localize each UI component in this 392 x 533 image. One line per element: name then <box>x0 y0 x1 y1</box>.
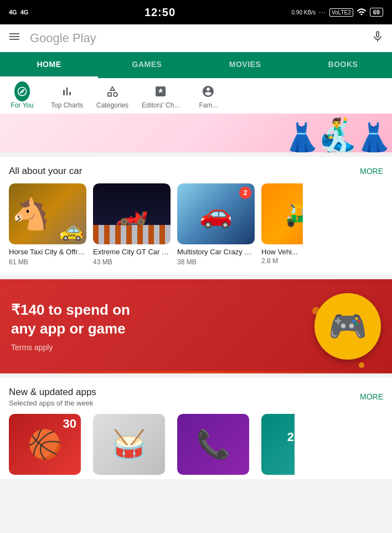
multistory-icon-wrapper: 🚗 2 <box>177 183 255 244</box>
how-vehi-size: 2.8 M <box>261 257 303 265</box>
app-card-horse-taxi[interactable]: 🐴 🚕 Horse Taxi City & Offroad Tr... 61 M… <box>9 183 86 266</box>
sub-nav-family[interactable]: Fam... <box>186 78 230 114</box>
horse-taxi-name: Horse Taxi City & Offroad Tr... <box>9 248 86 257</box>
sub-nav-label-editors: Editors' Ch... <box>142 101 179 109</box>
horse-taxi-icon-wrapper: 🐴 🚕 <box>9 183 86 244</box>
multistory-size: 38 MB <box>177 258 255 266</box>
phone-frame: 4G 4G 12:50 0.90 KB/s ··· VoLTE2 69 Goog… <box>0 0 392 533</box>
editors-choice-icon <box>153 84 168 99</box>
how-vehi-name: How Vehi... <box>261 248 303 256</box>
new-app-card-3[interactable]: 📞 <box>177 414 255 475</box>
extreme-city-icon-wrapper: 🏎️ <box>93 183 171 244</box>
new-app-card-4[interactable]: 2019 <box>261 414 295 475</box>
new-apps-title-group: New & updated apps Selected apps of the … <box>9 387 96 407</box>
categories-icon <box>105 84 120 99</box>
new-apps-section: New & updated apps Selected apps of the … <box>0 378 392 479</box>
sub-nav-label-family: Fam... <box>199 101 218 109</box>
promo-terms: Terms apply <box>11 343 314 352</box>
promo-amount: ₹140 to spend onany app or game <box>11 301 314 339</box>
nav-item-home[interactable]: HOME <box>0 52 98 78</box>
sub-nav-categories[interactable]: Categories <box>90 78 135 114</box>
status-bar: 4G 4G 12:50 0.90 KB/s ··· VoLTE2 69 <box>0 0 392 24</box>
status-right: 0.90 KB/s ··· VoLTE2 69 <box>292 8 383 17</box>
nav-item-movies[interactable]: MOVIES <box>196 52 294 78</box>
search-placeholder: Google Play <box>30 31 96 45</box>
car-section-title: All about your car <box>9 166 82 177</box>
wifi-icon <box>357 8 367 16</box>
multistory-name: Multistory Car Crazy Parkin... <box>177 248 255 257</box>
more-dots: ··· <box>319 8 326 16</box>
new-app-icon-1-wrapper: 🏀 30 <box>9 414 86 475</box>
nav-item-games[interactable]: GAMES <box>98 52 196 78</box>
mic-icon[interactable] <box>371 30 384 47</box>
new-app-icon-3-wrapper: 📞 <box>177 414 255 475</box>
car-section-header: All about your car MORE <box>0 166 392 183</box>
sub-nav-editors-choice[interactable]: Editors' Ch... <box>135 78 186 114</box>
app-card-multistory[interactable]: 🚗 2 Multistory Car Crazy Parkin... 38 MB <box>177 183 255 266</box>
new-apps-title: New & updated apps <box>9 387 96 398</box>
new-app-card-1[interactable]: 🏀 30 <box>9 414 86 475</box>
data-speed: 0.90 KB/s <box>292 9 316 16</box>
app-content: Google Play HOME GAMES MOVIES BOOKS For <box>0 24 392 533</box>
status-time: 12:50 <box>145 6 176 19</box>
signal-4g-1: 4G <box>9 9 17 16</box>
bar-chart-icon <box>59 84 75 99</box>
car-section-more[interactable]: MORE <box>360 167 383 176</box>
status-left: 4G 4G <box>9 9 28 16</box>
promo-gamepad-icon: 🎮 <box>314 293 381 360</box>
app-card-how[interactable]: 🛺 How Vehi... 2.8 M <box>261 183 303 266</box>
promo-text: ₹140 to spend onany app or game Terms ap… <box>11 301 314 352</box>
new-apps-subtitle: Selected apps of the week <box>9 399 96 407</box>
multistory-badge: 2 <box>239 187 251 199</box>
sub-nav-label-top-charts: Top Charts <box>51 101 83 109</box>
car-section: All about your car MORE 🐴 🚕 Horse Taxi C… <box>0 157 392 275</box>
battery-icon: 69 <box>370 8 383 17</box>
car-apps-scroll[interactable]: 🐴 🚕 Horse Taxi City & Offroad Tr... 61 M… <box>0 183 392 266</box>
sub-nav-label-categories: Categories <box>96 101 128 109</box>
app-card-extreme-city[interactable]: 🏎️ Extreme City GT Car Stunts 43 MB <box>93 183 171 266</box>
sub-nav-top-charts[interactable]: Top Charts <box>44 78 90 114</box>
new-apps-more[interactable]: MORE <box>360 392 383 401</box>
extreme-city-name: Extreme City GT Car Stunts <box>93 248 171 257</box>
nav-item-books[interactable]: BOOKS <box>294 52 392 78</box>
promo-banner[interactable]: ₹140 to spend onany app or game Terms ap… <box>0 279 392 373</box>
new-app-icon-2-wrapper: 🥁 <box>93 414 171 475</box>
search-input-area[interactable]: Google Play <box>30 31 362 45</box>
search-bar: Google Play <box>0 24 392 52</box>
new-apps-scroll[interactable]: 🏀 30 🥁 <box>0 414 392 475</box>
sub-nav-for-you[interactable]: For You <box>0 78 44 114</box>
main-nav: HOME GAMES MOVIES BOOKS <box>0 52 392 78</box>
scroll-content[interactable]: 👗👟👗 🕺 All about your car MORE 🐴 🚕 <box>0 114 392 533</box>
family-icon <box>200 84 216 99</box>
hamburger-icon[interactable] <box>8 30 21 47</box>
sub-nav-label-for-you: For You <box>11 101 33 109</box>
promo-divider <box>0 371 392 373</box>
compass-icon <box>14 84 30 99</box>
promo-circle-3 <box>359 362 364 368</box>
signal-4g-2: 4G <box>20 9 29 16</box>
new-app-card-2[interactable]: 🥁 <box>93 414 171 475</box>
new-apps-header: New & updated apps Selected apps of the … <box>0 387 392 414</box>
volte-icon: VoLTE2 <box>329 8 353 17</box>
top-banner: 👗👟👗 🕺 <box>0 114 392 152</box>
extreme-city-size: 43 MB <box>93 258 171 266</box>
sub-nav: For You Top Charts Categories <box>0 78 392 114</box>
horse-taxi-size: 61 MB <box>9 258 86 266</box>
